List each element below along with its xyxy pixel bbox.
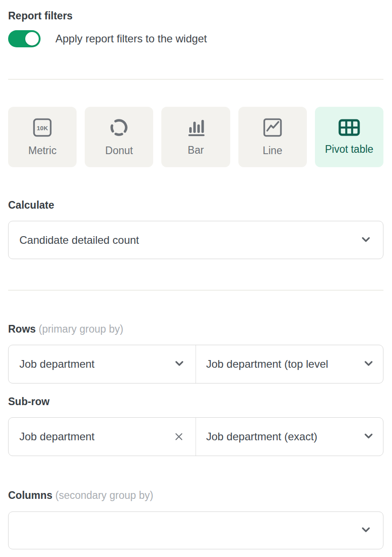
rows-group: Job department Job department (top level xyxy=(8,345,383,384)
chevron-down-icon xyxy=(363,430,374,443)
sub-row-field-select[interactable]: Job department xyxy=(9,418,196,456)
calculate-selected-value: Candidate detailed count xyxy=(19,234,355,247)
report-filters-toggle-row: Apply report filters to the widget xyxy=(8,30,383,47)
sub-row-field-value: Job department xyxy=(19,430,168,443)
chevron-down-icon xyxy=(360,524,371,537)
chart-type-line-button[interactable]: Line xyxy=(238,107,307,167)
pivot-table-icon xyxy=(338,119,360,136)
line-chart-icon xyxy=(263,118,283,137)
chart-type-donut-button[interactable]: Donut xyxy=(85,107,153,167)
columns-label: Columns (secondary group by) xyxy=(8,489,383,502)
chart-type-bar-button[interactable]: Bar xyxy=(161,107,230,167)
chevron-down-icon xyxy=(360,234,371,247)
chart-type-label: Bar xyxy=(188,144,204,156)
apply-report-filters-toggle[interactable] xyxy=(8,30,41,47)
chart-type-metric-button[interactable]: 10K Metric xyxy=(8,107,77,167)
svg-text:10K: 10K xyxy=(37,124,48,131)
chevron-down-icon xyxy=(174,358,185,370)
calculate-label: Calculate xyxy=(8,199,383,211)
donut-icon xyxy=(109,118,129,137)
rows-modifier-select[interactable]: Job department (top level xyxy=(196,345,383,383)
divider xyxy=(8,79,383,80)
rows-modifier-value: Job department (top level xyxy=(206,358,358,370)
chart-type-label: Pivot table xyxy=(325,143,373,155)
columns-hint: (secondary group by) xyxy=(55,489,153,501)
clear-icon[interactable] xyxy=(173,431,185,443)
rows-label: Rows (primary group by) xyxy=(8,323,383,335)
chart-type-pivot-table-button[interactable]: Pivot table xyxy=(315,107,383,167)
divider xyxy=(8,290,383,291)
toggle-label: Apply report filters to the widget xyxy=(55,32,207,45)
chart-type-selector: 10K Metric Donut xyxy=(8,107,383,167)
bar-chart-icon xyxy=(186,118,206,137)
widget-settings-panel: Report filters Apply report filters to t… xyxy=(0,0,392,557)
toggle-knob xyxy=(25,32,39,46)
sub-row-group: Job department Job department (exact) xyxy=(8,417,383,456)
sub-row-modifier-value: Job department (exact) xyxy=(206,430,358,443)
report-filters-heading: Report filters xyxy=(8,10,383,22)
chart-type-label: Metric xyxy=(28,145,57,157)
rows-field-select[interactable]: Job department xyxy=(9,345,196,383)
chart-type-label: Line xyxy=(263,145,282,157)
sub-row-label: Sub-row xyxy=(8,395,383,408)
chart-type-label: Donut xyxy=(105,145,133,157)
chevron-down-icon xyxy=(363,358,374,370)
sub-row-modifier-select[interactable]: Job department (exact) xyxy=(196,418,383,456)
columns-select[interactable] xyxy=(8,511,383,549)
calculate-select[interactable]: Candidate detailed count xyxy=(8,221,383,259)
rows-hint: (primary group by) xyxy=(39,323,123,335)
metric-icon: 10K xyxy=(32,118,52,137)
rows-field-value: Job department xyxy=(19,358,169,370)
